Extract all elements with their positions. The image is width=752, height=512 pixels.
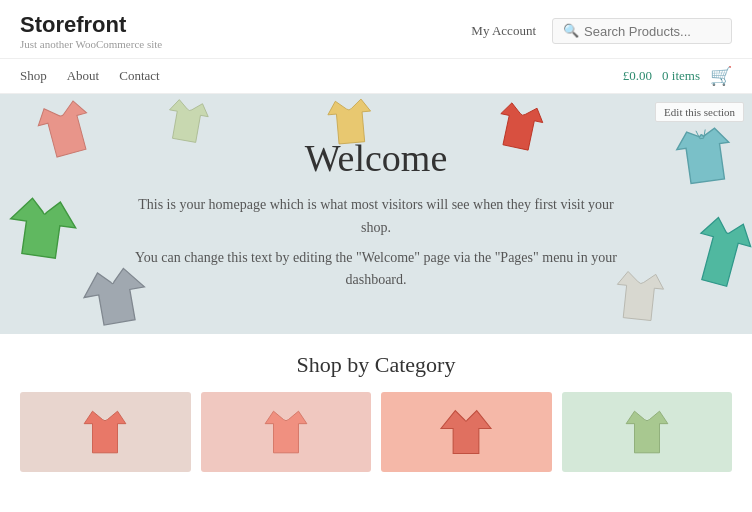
my-account-link[interactable]: My Account (471, 23, 536, 39)
cat-shirt-3 (436, 407, 496, 457)
nav-about[interactable]: About (67, 68, 100, 84)
header-right: My Account 🔍 (471, 18, 732, 44)
cat-shirt-4 (617, 407, 677, 457)
shirt-deco-1 (23, 94, 106, 167)
header: Storefront Just another WooCommerce site… (0, 0, 752, 59)
category-card-4[interactable] (562, 392, 733, 472)
hero-section: Welcome This is your homepage which is w… (0, 94, 752, 334)
shirt-deco-9 (683, 208, 752, 301)
search-box: 🔍 (552, 18, 732, 44)
cart-items-count: 0 items (662, 68, 700, 84)
shirt-deco-6 (1, 189, 85, 267)
category-card-2[interactable] (201, 392, 372, 472)
edit-section-button[interactable]: Edit this section (655, 102, 744, 122)
hero-text: Welcome This is your homepage which is w… (126, 136, 626, 292)
nav: Shop About Contact £0.00 0 items 🛒 (0, 59, 752, 94)
category-card-3[interactable] (381, 392, 552, 472)
category-title: Shop by Category (20, 352, 732, 378)
cat-shirt-1 (75, 407, 135, 457)
search-input[interactable] (584, 24, 724, 39)
nav-shop[interactable]: Shop (20, 68, 47, 84)
cart-icon[interactable]: 🛒 (710, 65, 732, 87)
cat-shirt-2 (256, 407, 316, 457)
hero-title: Welcome (126, 136, 626, 180)
category-card-1[interactable] (20, 392, 191, 472)
cart-amount: £0.00 (623, 68, 652, 84)
brand: Storefront Just another WooCommerce site (20, 12, 162, 50)
brand-subtitle: Just another WooCommerce site (20, 38, 162, 50)
nav-left: Shop About Contact (20, 68, 160, 84)
search-icon: 🔍 (563, 23, 579, 39)
hero-desc-1: This is your homepage which is what most… (126, 194, 626, 239)
shop-by-category: Shop by Category (0, 334, 752, 482)
brand-title[interactable]: Storefront (20, 12, 162, 38)
shirt-deco-5 (663, 119, 747, 197)
cart-area[interactable]: £0.00 0 items 🛒 (623, 65, 732, 87)
nav-contact[interactable]: Contact (119, 68, 159, 84)
category-grid (20, 392, 732, 472)
hero-desc-2: You can change this text by editing the … (126, 247, 626, 292)
